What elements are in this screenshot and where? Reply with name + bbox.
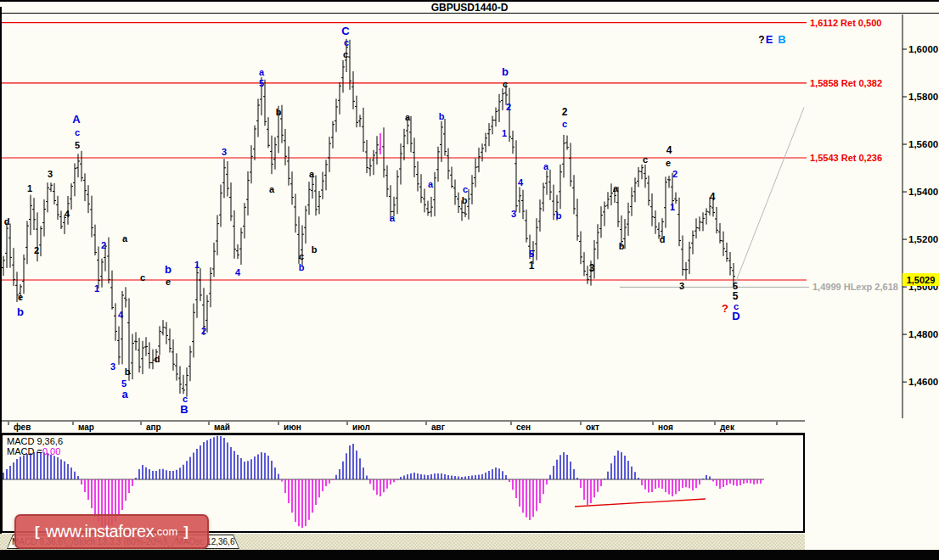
wave-label: e	[166, 277, 171, 287]
wave-label: 2	[201, 326, 206, 336]
macd-current-value: 0,00	[42, 446, 60, 456]
wave-label: e	[666, 158, 671, 168]
macd-params: MACD 9,36,6	[7, 436, 63, 446]
price-axis-label: 1,5800	[908, 92, 938, 102]
month-label: фев	[14, 423, 31, 432]
wave-label: a	[613, 183, 619, 193]
month-label: июн	[284, 423, 301, 432]
wave-label: b	[312, 244, 318, 255]
logo-bracket-left: [	[35, 524, 40, 540]
wave-label: b	[17, 305, 24, 318]
month-label: дек	[720, 423, 735, 432]
month-label: мар	[78, 423, 94, 432]
wave-label: 1	[194, 260, 200, 270]
wave-label: d	[660, 234, 666, 244]
month-label: май	[214, 423, 230, 432]
wave-label: d	[155, 354, 160, 364]
wave-label: 3	[589, 262, 595, 274]
wave-label: 3	[110, 361, 115, 372]
wave-label: 4	[65, 209, 70, 219]
wave-label: 2	[34, 245, 39, 255]
wave-label: 3	[222, 147, 227, 157]
wave-label: c	[75, 127, 80, 137]
wave-label: b	[619, 241, 625, 251]
wave-label: c	[344, 37, 349, 48]
month-label: ноя	[658, 423, 673, 432]
projection-line	[735, 108, 804, 283]
wave-label: c	[503, 79, 508, 89]
month-label: окт	[586, 423, 599, 432]
chart-title-bar: GBPUSD1440-D	[0, 0, 939, 14]
wave-label: a	[390, 213, 396, 223]
price-chart: 1,60001,58001,56001,54001,52001,50001,48…	[0, 0, 939, 560]
month-label: июл	[352, 423, 370, 432]
wave-label: 5	[733, 290, 739, 302]
price-axis-label: 1,4800	[908, 329, 938, 339]
month-label: сен	[516, 423, 531, 432]
wave-label: b	[439, 111, 445, 121]
wave-label: 2	[672, 169, 678, 179]
wave-label: b	[299, 262, 305, 272]
wave-label: 3	[511, 209, 516, 219]
chart-title: GBPUSD1440-D	[431, 2, 509, 14]
wave-label: 4	[518, 177, 524, 188]
wave-label: 2	[506, 102, 511, 112]
price-axis-label: 1,5400	[908, 187, 938, 197]
wave-label: ?	[758, 34, 764, 46]
current-price-badge: 1,5029	[902, 273, 939, 286]
wave-label: 1	[670, 202, 675, 212]
wave-label: E	[766, 33, 773, 46]
wave-label: 4	[710, 191, 716, 203]
wave-label: 5	[529, 249, 534, 259]
wave-label: 1	[27, 183, 32, 193]
wave-label: A	[72, 113, 81, 126]
wave-label: a	[259, 67, 265, 77]
fib-level-label: 1,5858 Ret 0,382	[810, 78, 882, 88]
wave-label: 3	[48, 169, 53, 179]
fib-level-label: 1,5543 Ret 0,236	[810, 153, 882, 163]
wave-label: 5	[259, 78, 264, 88]
wave-label: c	[140, 272, 145, 283]
wave-label: a	[543, 161, 549, 171]
bottom-task-bar	[0, 550, 939, 560]
macd-value-prefix: MACD =	[7, 446, 42, 456]
instaforex-logo[interactable]: [www.instaforex.com]	[14, 514, 209, 549]
month-label: апр	[146, 423, 161, 432]
wave-label: d	[4, 216, 10, 227]
wave-label: C	[341, 25, 350, 37]
macd-legend: MACD 9,36,6 MACD =0,00	[7, 436, 63, 456]
wave-label: B	[778, 33, 785, 46]
price-axis-label: 1,5600	[908, 139, 938, 149]
wave-label: c	[643, 154, 648, 165]
wave-label: ?	[722, 302, 728, 315]
wave-label: 1	[529, 260, 535, 272]
fib-level-label: 1,6112 Ret 0,500	[810, 18, 881, 28]
wave-label: b	[462, 195, 468, 205]
price-axis-label: 1,6000	[908, 44, 938, 54]
wave-label: 2	[562, 106, 568, 118]
wave-label: b	[276, 107, 282, 117]
wave-label: 4	[118, 310, 124, 320]
wave-label: B	[180, 403, 188, 416]
wave-label: b	[502, 65, 509, 78]
wave-label: a	[309, 169, 315, 179]
wave-label: 4	[666, 144, 672, 156]
wave-label: c	[562, 119, 567, 129]
price-axis-label: 1,4600	[908, 377, 938, 387]
wave-label: a	[269, 184, 275, 194]
wave-label: a	[405, 112, 411, 122]
wave-label: 2	[101, 240, 106, 250]
logo-text: www.instaforex	[46, 522, 155, 541]
wave-label: b	[556, 210, 562, 221]
wave-label: c	[343, 49, 348, 59]
macd-trendline	[575, 499, 706, 507]
hl-expansion-label: 1,4999 HLexp 2,618	[812, 282, 898, 292]
wave-label: e	[18, 292, 23, 302]
wave-label: a	[122, 233, 128, 244]
chart-window: 1,60001,58001,56001,54001,52001,50001,48…	[0, 0, 939, 560]
wave-label: 1	[94, 283, 99, 294]
wave-label: D	[732, 310, 739, 322]
price-axis-label: 1,5200	[908, 234, 938, 244]
logo-bracket-right: ]	[183, 524, 188, 540]
wave-label: 4	[235, 267, 241, 277]
